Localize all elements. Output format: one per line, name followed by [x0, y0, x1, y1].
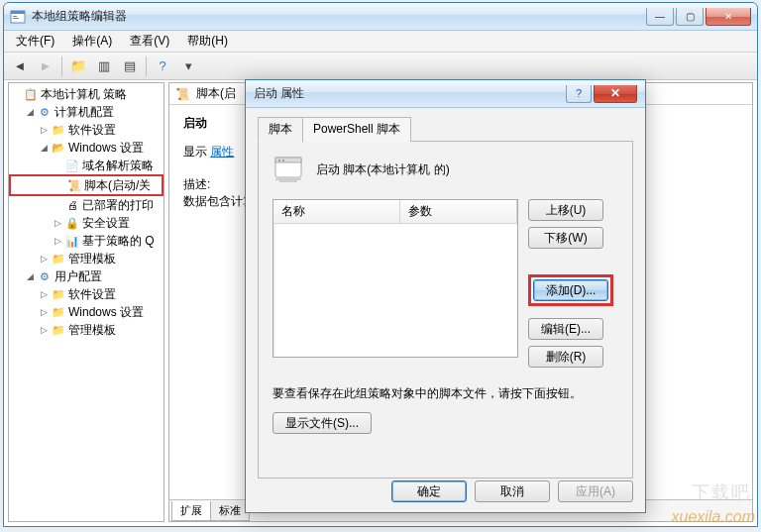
script-icon: 📜	[175, 87, 190, 101]
properties-link[interactable]: 属性	[210, 145, 234, 159]
scripts-list[interactable]: 名称 参数	[272, 199, 518, 358]
folder-icon: 📁	[51, 123, 66, 137]
tab-scripts[interactable]: 脚本	[258, 117, 303, 142]
list-header: 名称 参数	[273, 200, 517, 224]
edit-button[interactable]: 编辑(E)...	[528, 318, 603, 340]
tree-scripts-startup[interactable]: 📜脚本(启动/关	[11, 176, 162, 194]
close-icon: ✕	[610, 86, 620, 100]
tree-admin-templates[interactable]: ▷📁管理模板	[9, 250, 163, 267]
side-buttons: 上移(U) 下移(W) 添加(D)... 编辑(E)... 删除(R)	[528, 199, 613, 368]
tree-security-settings[interactable]: ▷🔒安全设置	[9, 214, 163, 232]
tree-windows-settings[interactable]: ◢📂Windows 设置	[9, 139, 163, 157]
arrow-left-icon: ◄	[14, 58, 27, 73]
filter-icon: ▾	[185, 58, 192, 73]
expand-icon[interactable]: ▷	[51, 232, 64, 250]
help-button[interactable]: ?	[151, 55, 174, 77]
svg-point-6	[278, 160, 280, 161]
add-button[interactable]: 添加(D)...	[533, 279, 608, 301]
add-button-highlight: 添加(D)...	[528, 274, 613, 306]
svg-rect-2	[13, 16, 17, 17]
menu-action[interactable]: 操作(A)	[64, 31, 120, 52]
details-header-title: 脚本(启	[196, 85, 236, 102]
policy-tree[interactable]: 📋本地计算机 策略 ◢⚙计算机配置 ▷📁软件设置 ◢📂Windows 设置 📄域…	[9, 83, 163, 341]
dialog-body: 脚本 PowerShell 脚本 启动 脚本(本地计算机 的) 名称 参数 上移…	[246, 108, 645, 512]
ok-button[interactable]: 确定	[391, 480, 467, 502]
expand-icon[interactable]: ▷	[51, 214, 64, 232]
expand-icon[interactable]: ▷	[37, 321, 51, 339]
close-button[interactable]: ✕	[706, 8, 751, 26]
tab-extended[interactable]: 扩展	[171, 501, 211, 521]
tree-user-software[interactable]: ▷📁软件设置	[9, 285, 163, 303]
svg-point-7	[282, 160, 284, 161]
apply-button[interactable]: 应用(A)	[558, 480, 633, 502]
help-icon: ?	[576, 87, 582, 99]
show-files-button[interactable]: 显示文件(S)...	[272, 412, 372, 434]
script-headline: 启动 脚本(本地计算机 的)	[316, 161, 450, 178]
folder-icon: 📁	[51, 287, 66, 301]
tree-policy-qos[interactable]: ▷📊基于策略的 Q	[9, 232, 163, 250]
cancel-button[interactable]: 取消	[475, 480, 550, 502]
app-icon	[10, 9, 26, 25]
dialog-close-button[interactable]: ✕	[594, 85, 637, 103]
col-params[interactable]: 参数	[400, 200, 517, 224]
col-name[interactable]: 名称	[273, 200, 400, 224]
collapse-icon[interactable]: ◢	[23, 267, 37, 285]
expand-icon[interactable]: ▷	[37, 121, 51, 139]
remove-button[interactable]: 删除(R)	[528, 346, 603, 368]
tree-user-config[interactable]: ◢⚙用户配置	[9, 267, 163, 285]
filter-button[interactable]: ▾	[176, 55, 200, 77]
dialog-title: 启动 属性	[254, 85, 566, 102]
chart-icon: 📊	[64, 234, 80, 248]
tab-page-scripts: 启动 脚本(本地计算机 的) 名称 参数 上移(U) 下移(W) 添加(D)..…	[258, 142, 633, 479]
toolbar: ◄ ► 📁 ▥ ▤ ? ▾	[4, 53, 757, 80]
main-titlebar: 本地组策略编辑器 — ▢ ✕	[4, 3, 757, 31]
tree-user-windows[interactable]: ▷📁Windows 设置	[9, 303, 163, 321]
menu-view[interactable]: 查看(V)	[122, 31, 177, 52]
startup-properties-dialog: 启动 属性 ? ✕ 脚本 PowerShell 脚本 启动 脚本(本地计算机 的…	[245, 79, 646, 513]
expand-icon[interactable]: ▷	[37, 303, 51, 321]
show-hide-tree-button[interactable]: ▥	[92, 55, 116, 77]
maximize-button[interactable]: ▢	[676, 8, 704, 26]
folder-icon: 📁	[51, 323, 66, 337]
collapse-icon[interactable]: ◢	[37, 139, 51, 157]
list-icon: ▤	[124, 58, 136, 73]
tab-powershell[interactable]: PowerShell 脚本	[302, 117, 411, 142]
svg-rect-3	[13, 18, 19, 19]
panel-icon: ▥	[98, 58, 110, 73]
back-button[interactable]: ◄	[8, 55, 32, 77]
tree-name-resolution[interactable]: 📄域名解析策略	[9, 157, 163, 174]
user-gear-icon: ⚙	[37, 269, 53, 283]
printer-icon: 🖨	[64, 198, 80, 212]
tree-deployed-printers[interactable]: 🖨已部署的打印	[9, 196, 163, 214]
show-label: 显示	[183, 145, 207, 159]
expand-icon[interactable]: ▷	[37, 285, 51, 303]
arrow-right-icon: ►	[40, 58, 53, 73]
tree-computer-config[interactable]: ◢⚙计算机配置	[9, 103, 163, 121]
dialog-footer: 确定 取消 应用(A)	[258, 480, 633, 502]
policy-icon: 📋	[23, 87, 39, 101]
menubar: 文件(F) 操作(A) 查看(V) 帮助(H)	[4, 31, 757, 53]
move-down-button[interactable]: 下移(W)	[528, 227, 603, 249]
tree-software-settings[interactable]: ▷📁软件设置	[9, 121, 163, 139]
script-icon: 📜	[66, 178, 82, 192]
tree-root[interactable]: 📋本地计算机 策略	[9, 85, 163, 103]
help-icon: ?	[159, 58, 165, 73]
folder-open-icon: 📂	[51, 141, 66, 155]
move-up-button[interactable]: 上移(U)	[528, 199, 603, 221]
tree-user-admin-templates[interactable]: ▷📁管理模板	[9, 321, 163, 339]
script-header: 启动 脚本(本地计算机 的)	[272, 154, 618, 185]
expand-icon[interactable]: ▷	[37, 250, 51, 267]
tab-standard[interactable]: 标准	[210, 501, 250, 521]
menu-help[interactable]: 帮助(H)	[179, 31, 236, 52]
collapse-icon[interactable]: ◢	[23, 103, 37, 121]
lock-icon: 🔒	[64, 216, 80, 230]
menu-file[interactable]: 文件(F)	[8, 31, 62, 52]
policy-item-icon: 📄	[64, 159, 80, 172]
forward-button[interactable]: ►	[34, 55, 57, 77]
separator	[61, 56, 62, 76]
dialog-help-button[interactable]: ?	[566, 85, 592, 103]
up-button[interactable]: 📁	[66, 55, 90, 77]
export-list-button[interactable]: ▤	[118, 55, 142, 77]
minimize-button[interactable]: —	[646, 8, 674, 26]
dialog-titlebar[interactable]: 启动 属性 ? ✕	[246, 80, 645, 108]
